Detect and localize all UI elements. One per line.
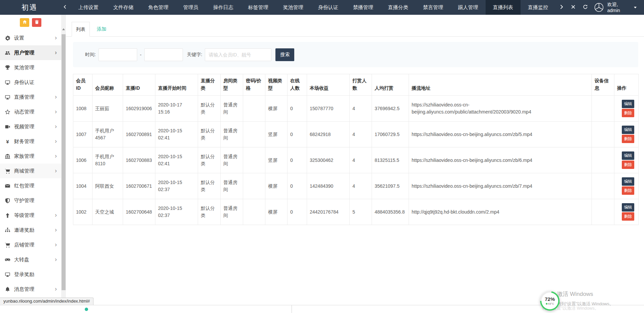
tab-list[interactable]: 列表 (72, 22, 90, 37)
table-cell: https://szhiliaovideo.oss-cn-beijing.ali… (409, 147, 592, 173)
table-cell: 35621097.5 (372, 173, 409, 199)
envelope-icon (5, 183, 10, 189)
table-cell: 横屏 (265, 173, 288, 199)
table-cell: 竖屏 (265, 122, 288, 147)
table-cell (592, 96, 614, 122)
table-cell: 普通房间 (221, 96, 243, 122)
table-cell: 0 (288, 173, 307, 199)
keyword-input[interactable] (205, 48, 271, 61)
live-list-table: 会员ID会员昵称直播ID直播开始时间直播分类房间类型密码/价格视频类型在线人数本… (73, 74, 639, 225)
user-menu[interactable]: 欢迎, admin (607, 2, 637, 13)
sidebar-item[interactable]: 视频管理› (0, 119, 61, 134)
chevron-right-icon: › (55, 168, 57, 175)
sidebar-item[interactable]: 等级管理› (0, 208, 61, 223)
top-nav-item[interactable]: 奖池管理 (276, 0, 311, 15)
trash-icon (34, 19, 39, 26)
time-to-input[interactable] (144, 48, 183, 61)
yen-icon: ¥ (5, 139, 10, 144)
delete-button[interactable]: 删除 (622, 212, 634, 221)
table-cell: https://szhiliaovideo.oss-cn-beijing.ali… (409, 96, 592, 122)
scroll-up-arrow-icon[interactable] (62, 28, 65, 30)
delete-button[interactable]: 删除 (622, 161, 634, 169)
sidebar-item-label: 登录奖励 (14, 271, 57, 278)
sidebar-item[interactable]: 消息管理› (0, 282, 61, 297)
sidebar-item[interactable]: 用户管理› (0, 45, 61, 60)
time-from-input[interactable] (99, 48, 137, 61)
table-cell: 默认分类 (198, 199, 221, 225)
nav-back-control[interactable] (59, 0, 71, 15)
table-cell: 325300462 (307, 147, 350, 173)
sidebar-item[interactable]: 守护管理 (0, 193, 61, 208)
sidebar-item[interactable]: 家族管理› (0, 149, 61, 164)
table-cell (243, 173, 265, 199)
column-header: 直播ID (123, 74, 155, 96)
top-nav-item[interactable]: 操作日志 (206, 0, 241, 15)
table-cell-actions: 编辑删除 (614, 199, 639, 225)
column-header: 在线人数 (288, 74, 307, 96)
refresh-button[interactable] (579, 0, 591, 15)
sidebar-item[interactable]: 商城管理› (0, 164, 61, 178)
top-nav-item[interactable]: 身份认证 (311, 0, 346, 15)
close-tabs-button[interactable] (567, 0, 579, 15)
app-logo[interactable]: 初遇 (0, 0, 59, 15)
chevron-right-icon: › (55, 123, 57, 130)
sidebar-item[interactable]: 奖池管理 (0, 60, 61, 75)
column-header: 操作 (614, 74, 639, 96)
edit-button[interactable]: 编辑 (622, 126, 634, 134)
top-nav-item[interactable]: 管理员 (176, 0, 206, 15)
windows-activation-watermark-line1: 激活 Windows (557, 290, 593, 298)
top-nav-item[interactable]: 标签管理 (241, 0, 276, 15)
sidebar-item[interactable]: 大转盘› (0, 252, 61, 267)
performance-gauge-widget[interactable]: 72% 43°C (540, 291, 560, 311)
sidebar-item[interactable]: 邀请奖励› (0, 223, 61, 237)
avatar[interactable] (594, 2, 604, 12)
sidebar-item-label: 大转盘 (14, 257, 55, 263)
sidebar-item-label: 动态管理 (14, 109, 55, 115)
edit-button[interactable]: 编辑 (622, 151, 634, 160)
top-nav-item[interactable]: 踢人管理 (451, 0, 486, 15)
search-button[interactable]: 搜索 (275, 48, 294, 61)
edit-button[interactable]: 编辑 (622, 100, 634, 108)
sidebar-item[interactable]: 红包管理 (0, 178, 61, 193)
chevron-right-icon: › (55, 256, 57, 263)
top-nav-item[interactable]: 禁播管理 (346, 0, 381, 15)
sidebar-item[interactable]: 动态管理› (0, 104, 61, 119)
tab-add[interactable]: 添加 (90, 22, 113, 37)
top-nav-item[interactable]: 禁言管理 (416, 0, 451, 15)
sidebar-item[interactable]: 店铺管理› (0, 237, 61, 252)
top-nav-item[interactable]: 直播监控 (521, 0, 556, 15)
nav-forward-control[interactable] (556, 0, 567, 15)
edit-button[interactable]: 编辑 (622, 203, 634, 212)
table-cell (243, 96, 265, 122)
scrollbar-thumb[interactable] (62, 34, 66, 290)
sidebar-item-label: 守护管理 (14, 197, 57, 204)
top-nav-item[interactable]: 角色管理 (141, 0, 176, 15)
top-bar-right: 欢迎, admin (556, 0, 644, 15)
chevron-right-icon: › (55, 153, 57, 160)
top-nav-item[interactable]: 直播列表 (486, 0, 521, 15)
edit-button[interactable]: 编辑 (622, 177, 634, 186)
sidebar-item[interactable]: 设置› (0, 31, 61, 45)
time-label: 时间: (85, 52, 96, 58)
home-button[interactable] (20, 18, 29, 27)
sidebar-item-label: 设置 (14, 35, 55, 41)
trash-button[interactable] (32, 18, 41, 27)
table-cell: 2020-10-15 02:41 (155, 122, 198, 147)
top-nav-item[interactable]: 直播分类 (381, 0, 416, 15)
delete-button[interactable]: 删除 (622, 135, 634, 143)
column-header: 直播开始时间 (155, 74, 198, 96)
chevron-right-icon: › (55, 241, 57, 249)
sidebar-item[interactable]: 身份认证 (0, 75, 61, 90)
sidebar-item[interactable]: 直播管理› (0, 90, 61, 104)
table-cell (592, 147, 614, 173)
delete-button[interactable]: 删除 (622, 186, 634, 195)
sidebar-item[interactable]: ¥财务管理› (0, 134, 61, 149)
sidebar-item[interactable]: 登录奖励 (0, 267, 61, 282)
sidebar-item-label: 店铺管理 (14, 242, 55, 248)
table-cell-actions: 编辑删除 (614, 96, 639, 122)
delete-button[interactable]: 删除 (622, 109, 634, 117)
table-cell (243, 122, 265, 147)
sidebar-scrollbar[interactable] (61, 15, 66, 306)
top-nav-item[interactable]: 上传设置 (71, 0, 106, 15)
top-nav-item[interactable]: 文件存储 (106, 0, 141, 15)
